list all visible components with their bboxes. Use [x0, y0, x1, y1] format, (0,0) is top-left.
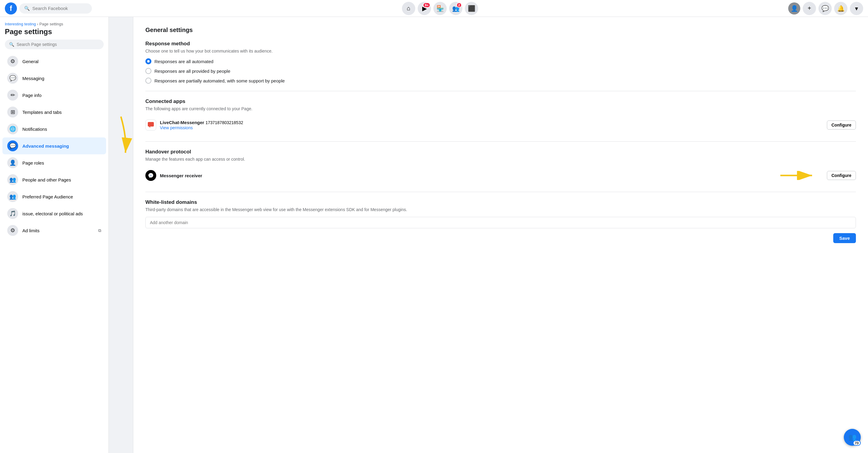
view-permissions-link[interactable]: View permissions — [160, 125, 193, 130]
sidebar-item-people-other-pages[interactable]: 👥 People and other Pages — [2, 171, 106, 188]
sidebar-item-notifications[interactable]: 🌐 Notifications — [2, 121, 106, 137]
sidebar-item-label: Preferred Page Audience — [22, 194, 73, 199]
sidebar-search[interactable]: 🔍 — [5, 39, 104, 49]
livechat-id-value: 1737187803218532 — [206, 120, 243, 125]
svg-rect-1 — [148, 122, 154, 127]
preferred-audience-icon: 👥 — [7, 191, 18, 202]
sidebar-item-ad-limits[interactable]: ⚙ Ad limits ⧉ — [2, 222, 106, 239]
page-title: Page settings — [0, 28, 108, 39]
livechat-configure-btn[interactable]: Configure — [827, 121, 856, 130]
groups-badge: 2 — [456, 2, 462, 8]
messenger-receiver-icon — [145, 170, 156, 181]
sidebar-item-advanced-messaging[interactable]: 💬 Advanced messaging — [2, 137, 106, 154]
main-content: General settings Response method Choose … — [133, 17, 868, 453]
livechat-info: LiveChat-Messenger 1737187803218532 View… — [160, 120, 823, 130]
messaging-icon: 💬 — [7, 73, 18, 84]
handover-title: Handover protocol — [145, 149, 856, 155]
messenger-receiver-info: Messenger receiver — [160, 173, 823, 178]
nav-center: ⌂ ▶ 9+ 🏪 👥 2 ⬛ — [94, 2, 786, 15]
connected-apps-title: Connected apps — [145, 98, 856, 104]
groups-nav-btn[interactable]: 👥 2 — [449, 2, 462, 15]
breadcrumb-current: Page settings — [39, 22, 63, 26]
dropdown-btn[interactable]: ▾ — [850, 2, 863, 15]
breadcrumb: Interesting testing › Page settings — [0, 22, 108, 28]
notifications-icon: 🌐 — [7, 124, 18, 134]
nav-right: 👤 + 💬 🔔 ▾ — [788, 2, 863, 15]
page-info-icon: ✏ — [7, 90, 18, 101]
save-button[interactable]: Save — [833, 233, 856, 243]
sidebar-item-label: Templates and tabs — [22, 109, 62, 115]
sidebar-item-label: Messaging — [22, 76, 44, 81]
advanced-messaging-icon: 💬 — [7, 140, 18, 151]
radio-partial[interactable]: Responses are partially automated, with … — [145, 77, 856, 84]
breadcrumb-parent[interactable]: Interesting testing — [5, 22, 36, 26]
radio-automated-circle[interactable] — [145, 58, 151, 64]
sidebar-item-label: General — [22, 59, 38, 64]
sidebar-search-icon: 🔍 — [9, 42, 14, 47]
handover-protocol-section: Handover protocol Manage the features ea… — [145, 149, 856, 185]
sidebar-item-label: Page roles — [22, 160, 44, 165]
domain-input[interactable] — [145, 217, 856, 228]
sidebar-item-label: Ad limits — [22, 228, 39, 233]
whitelisted-title: White-listed domains — [145, 199, 856, 205]
sidebar-item-page-info[interactable]: ✏ Page info — [2, 87, 106, 104]
breadcrumb-separator: › — [37, 22, 39, 26]
svg-marker-2 — [149, 127, 150, 128]
user-avatar[interactable]: 👤 — [788, 2, 800, 14]
sidebar-item-label: Notifications — [22, 127, 47, 132]
sidebar-item-page-roles[interactable]: 👤 Page roles — [2, 154, 106, 171]
marketplace-nav-btn[interactable]: 🏪 — [433, 2, 447, 15]
annotation-area — [109, 17, 133, 453]
sidebar-item-issue-electoral[interactable]: 🎵 issue, electoral or political ads — [2, 205, 106, 222]
connected-apps-section: Connected apps The following apps are cu… — [145, 98, 856, 134]
yellow-arrow-right — [780, 171, 817, 180]
response-method-section: Response method Choose one to tell us ho… — [145, 41, 856, 84]
search-bar[interactable]: 🔍 — [19, 3, 92, 13]
top-navigation: f 🔍 ⌂ ▶ 9+ 🏪 👥 2 ⬛ 👤 + 💬 🔔 ▾ — [0, 0, 868, 17]
radio-partial-circle[interactable] — [145, 77, 151, 84]
sidebar-item-label: Page info — [22, 93, 41, 98]
gaming-nav-btn[interactable]: ⬛ — [465, 2, 478, 15]
response-method-title: Response method — [145, 41, 856, 47]
messenger-receiver-name: Messenger receiver — [160, 173, 202, 178]
radio-people-label: Responses are all provided by people — [154, 69, 230, 74]
divider-3 — [145, 192, 856, 192]
sidebar-item-preferred-page-audience[interactable]: 👥 Preferred Page Audience — [2, 188, 106, 205]
radio-people-circle[interactable] — [145, 68, 151, 74]
whitelisted-domains-section: White-listed domains Third-party domains… — [145, 199, 856, 233]
handover-desc: Manage the features each app can access … — [145, 157, 856, 162]
add-btn[interactable]: + — [803, 2, 816, 15]
video-nav-btn[interactable]: ▶ 9+ — [418, 2, 431, 15]
section-title: General settings — [145, 27, 856, 34]
divider-2 — [145, 141, 856, 142]
external-link-icon: ⧉ — [98, 228, 101, 233]
messenger-receiver-row: Messenger receiver Configure — [145, 166, 856, 185]
templates-icon: ⊞ — [7, 107, 18, 118]
sidebar-item-general[interactable]: ⚙ General — [2, 53, 106, 70]
home-nav-btn[interactable]: ⌂ — [402, 2, 415, 15]
search-input[interactable] — [32, 6, 87, 11]
sidebar-item-templates-tabs[interactable]: ⊞ Templates and tabs — [2, 104, 106, 121]
fab-button[interactable]: 👥 73 — [844, 429, 861, 446]
ad-limits-icon: ⚙ — [7, 225, 18, 236]
fab-badge: 73 — [853, 440, 861, 446]
content-panel: General settings Response method Choose … — [133, 17, 868, 453]
sidebar-item-messaging[interactable]: 💬 Messaging — [2, 70, 106, 87]
messenger-btn[interactable]: 💬 — [818, 2, 832, 15]
issue-icon: 🎵 — [7, 208, 18, 219]
livechat-app-row: LiveChat-Messenger 1737187803218532 View… — [145, 116, 856, 134]
radio-partial-label: Responses are partially automated, with … — [154, 78, 285, 83]
sidebar-item-label: People and other Pages — [22, 177, 71, 183]
livechat-svg — [147, 121, 154, 129]
livechat-icon — [145, 120, 156, 130]
notifications-btn[interactable]: 🔔 — [834, 2, 847, 15]
people-icon: 👥 — [7, 174, 18, 185]
messenger-configure-btn[interactable]: Configure — [827, 171, 856, 180]
general-icon: ⚙ — [7, 56, 18, 67]
facebook-logo[interactable]: f — [5, 2, 17, 14]
sidebar-search-input[interactable] — [17, 42, 99, 47]
radio-people[interactable]: Responses are all provided by people — [145, 68, 856, 74]
video-badge: 9+ — [423, 2, 430, 8]
sidebar: Interesting testing › Page settings Page… — [0, 17, 109, 453]
radio-automated[interactable]: Responses are all automated — [145, 58, 856, 64]
